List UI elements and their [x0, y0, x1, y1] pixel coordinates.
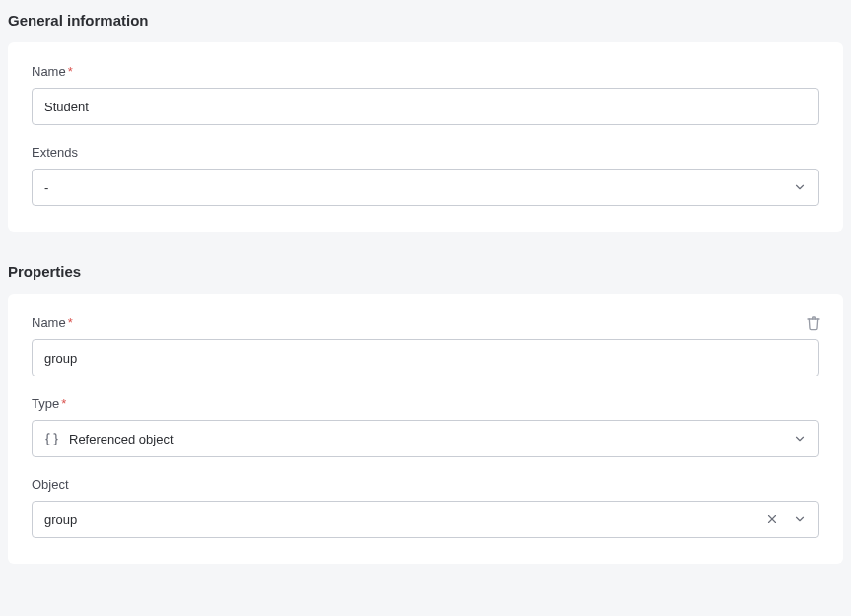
general-card: Name* Extends -	[8, 42, 843, 232]
properties-section-title: Properties	[8, 259, 843, 294]
property-type-select[interactable]: Referenced object	[32, 420, 819, 457]
property-object-label: Object	[32, 477, 819, 492]
clear-object-button[interactable]	[765, 513, 779, 526]
braces-icon	[44, 432, 59, 446]
property-name-label: Name*	[32, 315, 819, 330]
extends-select[interactable]: -	[32, 169, 819, 206]
chevron-down-icon	[793, 513, 807, 526]
property-object-select[interactable]: group	[32, 501, 819, 538]
extends-select-value: -	[44, 180, 48, 195]
chevron-down-icon	[793, 180, 807, 194]
name-label: Name*	[32, 64, 819, 79]
required-star: *	[68, 64, 73, 79]
delete-property-button[interactable]	[806, 315, 821, 331]
chevron-down-icon	[793, 432, 807, 445]
required-star: *	[61, 396, 66, 411]
property-type-value: Referenced object	[69, 432, 174, 446]
property-type-label: Type*	[32, 396, 819, 411]
name-input[interactable]	[32, 88, 819, 125]
property-object-value: group	[44, 513, 77, 527]
general-section-title: General information	[8, 8, 843, 42]
extends-label: Extends	[32, 145, 819, 160]
property-name-input[interactable]	[32, 339, 819, 376]
property-card: Name* Type* Referenced object	[8, 294, 843, 564]
required-star: *	[68, 315, 73, 330]
